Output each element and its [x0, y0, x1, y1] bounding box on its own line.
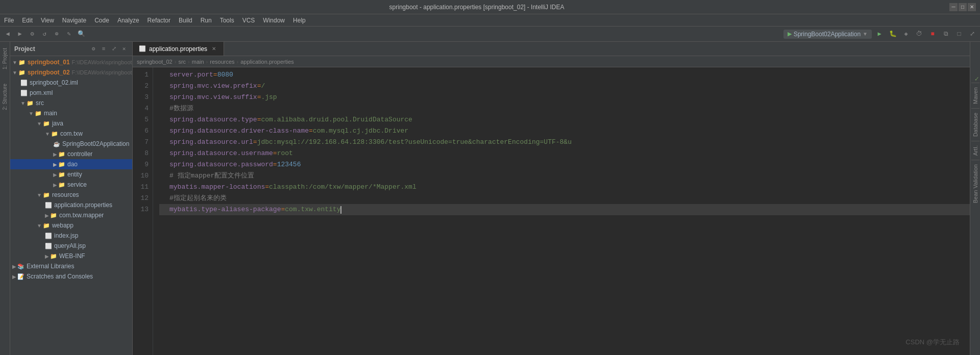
menu-item-file[interactable]: File: [0, 16, 18, 25]
tree-item-springboot02[interactable]: ▼ 📁 springboot_02 F:\IDEAWork\springboot: [10, 67, 132, 78]
run-config-label: SpringBoot02Application: [794, 31, 861, 38]
code-editor[interactable]: server.port=8080 spring.mvc.view.prefix=…: [153, 67, 970, 355]
menu-item-code[interactable]: Code: [90, 16, 113, 25]
menu-item-view[interactable]: View: [37, 16, 58, 25]
panel-sort-icon[interactable]: ≡: [100, 45, 108, 53]
menu-item-edit[interactable]: Edit: [18, 16, 37, 25]
panel-title: Project: [14, 45, 35, 53]
toolbar-right: ▶ SpringBoot02Application ▼ ▶ 🐛 ◈ ⏱ ■ ⧉ …: [783, 29, 978, 40]
tree-item-java[interactable]: ▼ 📁 java: [10, 118, 132, 129]
run-configuration[interactable]: ▶ SpringBoot02Application ▼: [783, 30, 872, 39]
editor-content[interactable]: 1 2 3 4 5 6 7 8 9 10 11 12 13 server.por…: [133, 67, 970, 355]
breadcrumb-main[interactable]: main: [192, 59, 204, 65]
right-tab-database[interactable]: Database: [971, 108, 979, 141]
breadcrumb-appprops[interactable]: application.properties: [240, 59, 294, 65]
menu-item-window[interactable]: Window: [259, 16, 289, 25]
line-numbers: 1 2 3 4 5 6 7 8 9 10 11 12 13: [133, 67, 153, 355]
tree-item-src[interactable]: ▼ 📁 src: [10, 98, 132, 108]
toolbar-icon-1[interactable]: ◀: [2, 29, 13, 40]
breadcrumb-src[interactable]: src: [178, 59, 186, 65]
project-panel: Project ⚙ ≡ ⤢ ✕ ▼ 📁 springboot_01 F:\IDE…: [10, 42, 133, 355]
code-line-8: spring.datasource.username=root: [159, 148, 970, 159]
tree-item-mapper[interactable]: ▶ 📁 com.txw.mapper: [10, 210, 132, 220]
code-line-2: spring.mvc.view.prefix=/: [159, 81, 970, 92]
title-bar: springboot - application.properties [spr…: [0, 0, 980, 14]
code-line-5: spring.datasource.type=com.alibaba.druid…: [159, 114, 970, 125]
menu-item-help[interactable]: Help: [289, 16, 310, 25]
toolbar-icon-extra1[interactable]: ⧉: [940, 29, 951, 40]
menu-item-refactor[interactable]: Refactor: [143, 16, 175, 25]
tree-item-indexjsp[interactable]: ⬜ index.jsp: [10, 231, 132, 241]
right-tab-arti[interactable]: ArtI.: [971, 141, 979, 160]
toolbar-icon-extra2[interactable]: □: [953, 29, 965, 40]
menu-item-build[interactable]: Build: [175, 16, 197, 25]
menu-item-analyze[interactable]: Analyze: [113, 16, 143, 25]
breadcrumb-resources[interactable]: resources: [210, 59, 234, 65]
menu-item-run[interactable]: Run: [197, 16, 216, 25]
toolbar-icon-3[interactable]: ⚙: [27, 29, 38, 40]
editor-area: ⬜ application.properties ✕ springboot_02…: [133, 42, 970, 355]
tab-application-properties[interactable]: ⬜ application.properties ✕: [133, 42, 224, 56]
application-menu: FileEditViewNavigateCodeAnalyzeRefactorB…: [0, 14, 980, 27]
menu-item-navigate[interactable]: Navigate: [58, 16, 90, 25]
tree-item-resources[interactable]: ▼ 📁 resources: [10, 190, 132, 200]
watermark: CSDN @学无止路: [905, 338, 960, 347]
tree-item-webinf[interactable]: ▶ 📁 WEB-INF: [10, 251, 132, 261]
menu-item-tools[interactable]: Tools: [216, 16, 238, 25]
menu-item-vcs[interactable]: VCS: [238, 16, 259, 25]
structure-tab-label[interactable]: 2: Structure: [1, 82, 9, 112]
profile-button[interactable]: ⏱: [914, 29, 925, 40]
toolbar-icon-extra3[interactable]: ⤢: [967, 29, 978, 40]
code-line-3: spring.mvc.view.suffix=.jsp: [159, 92, 970, 103]
window-controls[interactable]: ─ □ ✕: [949, 3, 976, 11]
code-line-10: # 指定mapper配置文件位置: [159, 170, 970, 182]
toolbar-icon-7[interactable]: 🔍: [76, 29, 87, 40]
panel-header: Project ⚙ ≡ ⤢ ✕: [10, 42, 132, 56]
tree-item-dao[interactable]: ▶ 📁 dao: [10, 159, 132, 169]
tree-item-comtxw[interactable]: ▼ 📁 com.txw: [10, 129, 132, 139]
tab-close-icon[interactable]: ✕: [210, 45, 217, 53]
debug-button[interactable]: 🐛: [887, 29, 898, 40]
breadcrumb-springboot02[interactable]: springboot_02: [137, 59, 173, 65]
run-button[interactable]: ▶: [874, 29, 885, 40]
text-cursor: [340, 206, 341, 214]
tree-item-scratches[interactable]: ▶ 📝 Scratches and Consoles: [10, 271, 132, 282]
tree-item-webapp[interactable]: ▼ 📁 webapp: [10, 220, 132, 231]
toolbar-left: ◀ ▶ ⚙ ↺ ⊕ ✎ 🔍: [2, 29, 87, 40]
code-line-11: mybatis.mapper-locations=classpath:/com/…: [159, 182, 970, 193]
toolbar-icon-2[interactable]: ▶: [14, 29, 26, 40]
tab-bar: ⬜ application.properties ✕: [133, 42, 970, 56]
minimize-button[interactable]: ─: [949, 3, 958, 11]
panel-close-icon[interactable]: ✕: [120, 45, 128, 53]
tree-item-main[interactable]: ▼ 📁 main: [10, 108, 132, 118]
project-tab-label[interactable]: 1: Project: [1, 46, 9, 71]
code-line-13: mybatis.type-aliases-package=com.txw.ent…: [159, 204, 970, 215]
toolbar-icon-4[interactable]: ↺: [39, 29, 50, 40]
close-button[interactable]: ✕: [968, 3, 976, 11]
stop-button[interactable]: ■: [927, 29, 938, 40]
panel-expand-icon[interactable]: ⤢: [110, 45, 118, 53]
tree-item-iml[interactable]: ⬜ springboot_02.iml: [10, 78, 132, 88]
maximize-button[interactable]: □: [959, 3, 967, 11]
tree-item-springboot01[interactable]: ▼ 📁 springboot_01 F:\IDEAWork\springboot: [10, 57, 132, 67]
tree-item-pom[interactable]: ⬜ pom.xml: [10, 88, 132, 98]
tree-item-queryalljsp[interactable]: ⬜ queryAll.jsp: [10, 241, 132, 251]
tree-item-application[interactable]: ☕ SpringBoot02Application: [10, 139, 132, 149]
left-strip: 1: Project 2: Structure: [0, 42, 10, 355]
right-tab-bean-validation[interactable]: Bean Validation: [971, 160, 979, 207]
toolbar-icon-5[interactable]: ⊕: [51, 29, 62, 40]
toolbar: ◀ ▶ ⚙ ↺ ⊕ ✎ 🔍 ▶ SpringBoot02Application …: [0, 27, 980, 42]
tree-item-service[interactable]: ▶ 📁 service: [10, 180, 132, 190]
tree-item-appprops[interactable]: ⬜ application.properties: [10, 200, 132, 210]
tree-item-extlibs[interactable]: ▶ 📚 External Libraries: [10, 261, 132, 271]
coverage-button[interactable]: ◈: [900, 29, 912, 40]
panel-settings-icon[interactable]: ⚙: [89, 45, 97, 53]
code-line-6: spring.datasource.driver-class-name=com.…: [159, 125, 970, 137]
tree-item-entity[interactable]: ▶ 📁 entity: [10, 169, 132, 180]
right-tab-maven[interactable]: Maven: [971, 83, 979, 108]
panel-icons: ⚙ ≡ ⤢ ✕: [89, 45, 128, 53]
title-text: springboot - application.properties [spr…: [4, 4, 949, 11]
right-side-tabs: ✓ Maven Database ArtI. Bean Validation: [970, 42, 980, 355]
toolbar-icon-6[interactable]: ✎: [63, 29, 75, 40]
tree-item-controller[interactable]: ▶ 📁 controller: [10, 149, 132, 159]
